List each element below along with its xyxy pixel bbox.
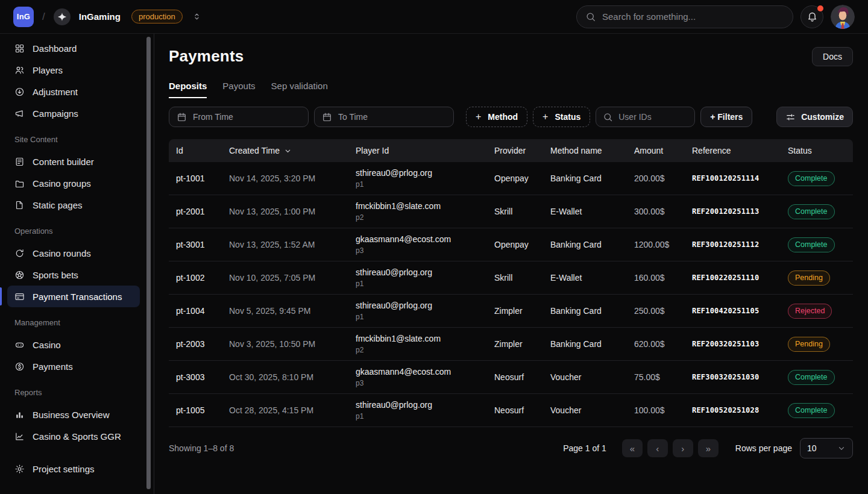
cell-status: Pending bbox=[782, 337, 853, 352]
project-switcher-icon[interactable] bbox=[192, 12, 201, 21]
rows-per-page-select[interactable]: 10 bbox=[800, 438, 853, 458]
table-row[interactable]: pt-1002 Nov 10, 2025, 7:05 PM sthireau0@… bbox=[169, 261, 853, 295]
global-search[interactable] bbox=[576, 5, 793, 28]
sidebar-item-label: Payment Transactions bbox=[33, 292, 122, 302]
table-row[interactable]: pt-1004 Nov 5, 2025, 9:45 PM sthireau0@p… bbox=[169, 295, 853, 328]
pagination-next-button[interactable]: › bbox=[673, 439, 693, 457]
sparkle-icon bbox=[57, 11, 68, 22]
table-row[interactable]: pt-1005 Oct 28, 2025, 4:15 PM sthireau0@… bbox=[169, 394, 853, 427]
sidebar-item-business-overview[interactable]: Business Overview bbox=[7, 404, 140, 425]
cell-reference: REF200120251113 bbox=[686, 207, 782, 216]
showing-count: Showing 1–8 of 8 bbox=[169, 443, 234, 453]
cell-id: pt-3003 bbox=[169, 372, 223, 382]
column-header-status: Status bbox=[782, 146, 853, 155]
column-header-method-name: Method name bbox=[544, 146, 628, 155]
sidebar-scrollbar[interactable] bbox=[146, 37, 151, 489]
docs-button[interactable]: Docs bbox=[812, 47, 853, 66]
table-row[interactable]: pt-3001 Nov 13, 2025, 1:52 AM gkaasmann4… bbox=[169, 228, 853, 261]
sidebar-item-label: Content builder bbox=[33, 157, 94, 167]
sidebar-item-sports-bets[interactable]: Sports bets bbox=[7, 264, 140, 286]
chevron-down-icon bbox=[837, 444, 846, 452]
sidebar-item-casino-sports-ggr[interactable]: Casino & Sports GGR bbox=[7, 425, 140, 447]
sidebar-section-label: Site Content bbox=[14, 134, 144, 146]
user-avatar[interactable] bbox=[831, 5, 855, 29]
tab-sep-validation[interactable]: Sep validation bbox=[271, 81, 328, 98]
sidebar-item-payments[interactable]: Payments bbox=[7, 355, 140, 377]
cell-method-name: E-Wallet bbox=[544, 207, 628, 216]
cell-status: Complete bbox=[782, 237, 853, 252]
table-row[interactable]: pt-1001 Nov 14, 2025, 3:20 PM sthireau0@… bbox=[169, 162, 853, 195]
table-row[interactable]: pt-2001 Nov 13, 2025, 1:00 PM fmckibbin1… bbox=[169, 195, 853, 228]
sidebar-item-content-builder[interactable]: Content builder bbox=[7, 151, 140, 172]
cell-created-time: Oct 28, 2025, 4:15 PM bbox=[223, 405, 350, 415]
sidebar-item-adjustment[interactable]: Adjustment bbox=[7, 81, 140, 102]
add-method-filter-button[interactable]: + Method bbox=[466, 107, 527, 127]
cell-provider: Openpay bbox=[488, 174, 544, 183]
method-filter-label: Method bbox=[488, 112, 518, 122]
player-email: fmckibbin1@slate.com bbox=[356, 334, 488, 343]
more-filters-button[interactable]: + Filters bbox=[700, 107, 752, 127]
sidebar-item-label: Static pages bbox=[33, 200, 83, 210]
table-row[interactable]: pt-3003 Oct 30, 2025, 8:10 PM gkaasmann4… bbox=[169, 361, 853, 394]
cell-reference: REF300120251112 bbox=[686, 240, 782, 249]
user-ids-placeholder: User IDs bbox=[618, 112, 651, 122]
app-logo[interactable]: InG bbox=[13, 7, 34, 27]
status-badge: Rejected bbox=[788, 304, 832, 319]
pagination-prev-button[interactable]: ‹ bbox=[647, 439, 668, 457]
sports-bets-icon bbox=[14, 270, 25, 280]
sidebar-item-casino[interactable]: Casino bbox=[7, 334, 140, 355]
cell-amount: 1200.00$ bbox=[628, 240, 686, 249]
search-icon bbox=[603, 112, 613, 122]
sidebar-item-label: Sports bets bbox=[33, 270, 78, 280]
cell-player-id: fmckibbin1@slate.com p2 bbox=[350, 201, 488, 222]
cell-id: pt-1005 bbox=[169, 405, 223, 415]
cell-amount: 250.00$ bbox=[628, 306, 686, 316]
players-icon bbox=[14, 65, 25, 75]
sidebar-item-project-settings[interactable]: Project settings bbox=[7, 458, 140, 480]
sidebar-item-campaigns[interactable]: Campaigns bbox=[7, 102, 140, 124]
status-badge: Pending bbox=[788, 337, 830, 352]
sidebar-item-payment-transactions[interactable]: Payment Transactions bbox=[7, 286, 140, 307]
status-badge: Complete bbox=[788, 204, 835, 219]
sidebar-item-static-pages[interactable]: Static pages bbox=[7, 194, 140, 216]
sidebar-item-casino-groups[interactable]: Casino groups bbox=[7, 172, 140, 194]
customize-button[interactable]: Customize bbox=[776, 107, 853, 127]
sidebar-section: Management Casino Payments bbox=[0, 317, 144, 377]
player-email: sthireau0@prlog.org bbox=[356, 168, 488, 178]
status-badge: Pending bbox=[788, 270, 830, 286]
tab-deposits[interactable]: Deposits bbox=[169, 81, 207, 98]
from-time-input[interactable]: From Time bbox=[169, 107, 309, 127]
column-header-reference: Reference bbox=[686, 146, 782, 155]
table-row[interactable]: pt-2003 Nov 3, 2025, 10:50 PM fmckibbin1… bbox=[169, 328, 853, 361]
notifications-button[interactable] bbox=[800, 5, 823, 28]
cell-provider: Neosurf bbox=[488, 405, 544, 415]
table-header: Id Created Time Player Id Provider Metho… bbox=[169, 139, 853, 162]
plus-icon: + bbox=[476, 112, 481, 122]
player-email: gkaasmann4@ecost.com bbox=[356, 367, 488, 377]
add-status-filter-button[interactable]: + Status bbox=[533, 107, 590, 127]
cell-id: pt-1002 bbox=[169, 273, 223, 283]
sidebar-item-casino-rounds[interactable]: Casino rounds bbox=[7, 242, 140, 264]
sidebar-item-label: Adjustment bbox=[33, 87, 78, 97]
column-header-created-time[interactable]: Created Time bbox=[223, 146, 350, 155]
sidebar-item-label: Casino bbox=[33, 340, 61, 350]
sidebar-item-label: Players bbox=[33, 65, 63, 75]
user-ids-input[interactable]: User IDs bbox=[596, 107, 695, 127]
search-input[interactable] bbox=[602, 11, 784, 22]
tab-payouts[interactable]: Payouts bbox=[222, 81, 255, 98]
player-id: p1 bbox=[356, 180, 488, 189]
to-time-input[interactable]: To Time bbox=[314, 107, 454, 127]
sidebar-item-dashboard[interactable]: Dashboard bbox=[7, 37, 140, 59]
ggr-icon bbox=[14, 431, 25, 442]
casino-icon bbox=[14, 340, 25, 350]
status-badge: Complete bbox=[788, 171, 835, 186]
sidebar-section-label: Management bbox=[14, 317, 144, 329]
pagination-first-button[interactable]: « bbox=[622, 439, 643, 457]
cell-status: Complete bbox=[782, 204, 853, 219]
cell-reference: REF200320251103 bbox=[686, 340, 782, 348]
sidebar-item-players[interactable]: Players bbox=[7, 59, 140, 81]
notification-dot bbox=[817, 5, 823, 11]
cell-amount: 300.00$ bbox=[628, 207, 686, 216]
tab-bar: DepositsPayoutsSep validation bbox=[169, 81, 853, 98]
pagination-last-button[interactable]: » bbox=[698, 439, 719, 457]
